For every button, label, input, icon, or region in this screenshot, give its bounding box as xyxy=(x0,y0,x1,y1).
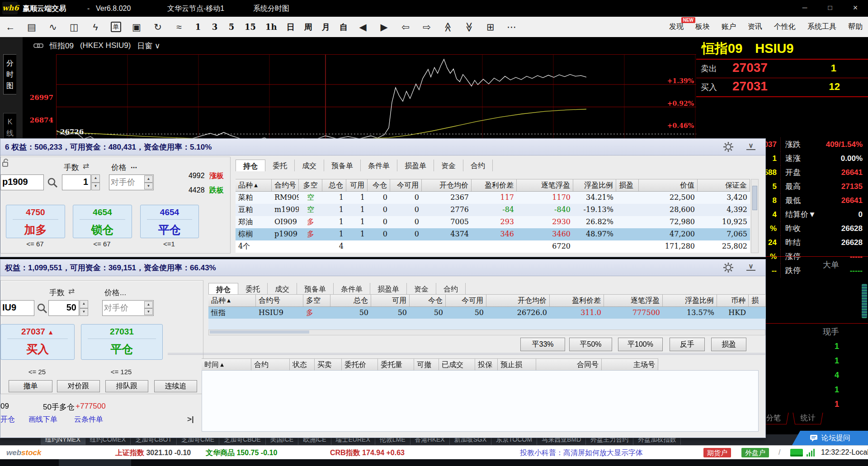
search-icon[interactable] xyxy=(47,177,58,188)
menu-item-1[interactable]: 板块 xyxy=(695,22,710,32)
follow-button-0[interactable]: 撤单 xyxy=(9,380,52,392)
collapse-icon-2[interactable]: ∨ xyxy=(746,263,755,271)
table-row[interactable]: 4个46720171,28025,802 xyxy=(236,240,750,253)
tab-kline-chart[interactable]: K线 xyxy=(3,113,16,142)
tab1-2[interactable]: 成交 xyxy=(295,160,324,171)
more-icon[interactable]: ⋯ xyxy=(506,22,518,33)
tab1-6[interactable]: 资金 xyxy=(434,160,463,171)
next-contract-icon[interactable]: ▶ xyxy=(378,22,390,33)
follow-button-2[interactable]: 排队跟 xyxy=(105,380,148,392)
table-row[interactable]: 郑油OI909多11007005293293026.82%72,98010,92… xyxy=(236,216,750,228)
menu-item-6[interactable]: 帮助 xyxy=(848,22,863,32)
maximize-button[interactable]: □ xyxy=(817,0,843,17)
grid-layout-icon[interactable]: ⊞ xyxy=(485,22,496,33)
qty-spinner-1[interactable]: ▲▼ xyxy=(91,174,100,190)
tab1-4[interactable]: 条件单 xyxy=(361,160,397,171)
collapse-up-icon[interactable]: ≪ xyxy=(443,21,453,33)
table-row[interactable]: 豆粕m1909空11002776-84-840-19.13%28,6004,39… xyxy=(236,204,750,216)
qty-input-2[interactable]: 50 xyxy=(48,300,79,316)
tab-time-chart[interactable]: 分时图 xyxy=(3,54,16,94)
table-row[interactable]: 棕榈p1909多11004374346346048.97%47,2007,065 xyxy=(236,228,750,240)
tab1-0[interactable]: 持仓 xyxy=(236,160,265,171)
period-button-3[interactable]: 15 xyxy=(245,22,256,32)
tab2-6[interactable]: 资金 xyxy=(407,283,436,295)
page-left-icon[interactable]: ⇦ xyxy=(400,22,411,33)
lock-open-icon[interactable] xyxy=(2,159,10,167)
tab2-5[interactable]: 损盈单 xyxy=(370,283,407,295)
kline-chart-icon[interactable]: ◫ xyxy=(68,22,80,33)
contract-input-2[interactable]: IU9 xyxy=(0,300,34,316)
window-mode-dropdown[interactable]: 日窗 ∨ xyxy=(137,41,160,51)
table-row[interactable]: 恒指HSIU9多5050505026726.0311.077750013.57%… xyxy=(208,307,766,319)
buy-button[interactable]: 27037 ▲ 买入 xyxy=(0,324,75,360)
qty-cycle-icon-2[interactable]: ⇄ xyxy=(68,287,75,296)
period-button-6[interactable]: 周 xyxy=(304,22,312,33)
foreign-account-badge[interactable]: 外盘户 xyxy=(741,448,769,457)
forum-button[interactable]: 论坛提问 xyxy=(792,431,868,445)
back-icon[interactable]: ← xyxy=(5,22,16,33)
save-icon[interactable]: ▣ xyxy=(131,22,142,33)
menu-item-5[interactable]: 系统工具 xyxy=(807,22,836,32)
tab2-2[interactable]: 成交 xyxy=(268,283,297,295)
menu-item-4[interactable]: 个性化 xyxy=(774,22,796,32)
futures-account-badge[interactable]: 期货户 xyxy=(703,448,731,457)
tab1-5[interactable]: 损盈单 xyxy=(397,160,434,171)
quote-scrollbar[interactable] xyxy=(862,284,867,318)
period-button-0[interactable]: 1 xyxy=(194,22,202,32)
order-button-锁仓[interactable]: 4654锁仓 xyxy=(73,205,132,238)
tab1-7[interactable]: 合约 xyxy=(463,160,493,171)
period-button-5[interactable]: 日 xyxy=(287,22,295,33)
time-chart-icon[interactable]: ∿ xyxy=(47,22,59,33)
page-right-icon[interactable]: ⇨ xyxy=(421,22,433,33)
search-icon-2[interactable] xyxy=(37,303,48,314)
table-scrollbar-1[interactable] xyxy=(751,179,759,253)
order-link-2[interactable]: 云条件单 xyxy=(74,415,103,424)
collapse-icon[interactable]: ∨ xyxy=(746,142,755,150)
period-button-8[interactable]: 自 xyxy=(340,22,348,33)
period-button-1[interactable]: 3 xyxy=(211,22,218,32)
qty-cycle-icon[interactable]: ⇄ xyxy=(83,161,89,171)
tab2-1[interactable]: 委托 xyxy=(238,283,268,295)
tab2-3[interactable]: 预备单 xyxy=(297,283,334,295)
minimize-button[interactable]: ─ xyxy=(792,0,817,17)
order-link-0[interactable]: 开仓 xyxy=(0,415,15,424)
period-button-2[interactable]: 5 xyxy=(228,22,235,32)
edu-tip-link[interactable]: 投教小科普：高清屏如何放大显示字体 xyxy=(520,448,643,458)
menu-item-0[interactable]: 发现NEW xyxy=(669,22,684,32)
price-spinner-1[interactable]: ▲▼ xyxy=(144,175,153,189)
ask-row[interactable]: 卖出 27037 1 xyxy=(696,60,868,78)
close-percent-button-1[interactable]: 平50% xyxy=(569,338,612,351)
menu-item-3[interactable]: 资讯 xyxy=(748,22,762,32)
order-button-平仓[interactable]: 4654平仓 xyxy=(140,205,199,238)
close-percent-button-4[interactable]: 损盈 xyxy=(711,338,746,351)
price-plot[interactable]: 26726 +1.39%+0.92%+0.46% xyxy=(56,54,697,139)
close-position-button[interactable]: 27031 平仓 xyxy=(81,324,163,360)
expand-panel-icon[interactable]: >| xyxy=(187,415,194,424)
follow-button-1[interactable]: 对价跟 xyxy=(57,380,100,392)
qty-spinner-2[interactable]: ▲▼ xyxy=(80,300,88,316)
tab1-3[interactable]: 预备单 xyxy=(324,160,361,171)
flash-order-icon[interactable]: ϟ xyxy=(90,22,101,33)
order-link-1[interactable]: 画线下单 xyxy=(28,415,57,424)
qty-input-1[interactable]: 1 xyxy=(62,174,91,190)
close-percent-button-2[interactable]: 平100% xyxy=(618,338,663,351)
follow-button-3[interactable]: 连续追 xyxy=(154,380,197,392)
tab2-7[interactable]: 合约 xyxy=(436,283,466,295)
tab2-0[interactable]: 持仓 xyxy=(208,283,238,295)
refresh-icon[interactable]: ↻ xyxy=(152,22,164,33)
close-percent-button-3[interactable]: 反手 xyxy=(670,338,705,351)
table-hscrollbar-2[interactable] xyxy=(208,329,765,335)
indicator-icon[interactable]: ≈ xyxy=(173,22,185,33)
table-row[interactable]: 菜粕RM909空11002367117117034.21%22,5003,420 xyxy=(236,192,750,204)
quote-board-icon[interactable]: ▤ xyxy=(26,22,38,33)
period-button-7[interactable]: 月 xyxy=(322,22,330,33)
close-percent-button-0[interactable]: 平33% xyxy=(520,338,565,351)
contract-input-1[interactable]: p1909 xyxy=(0,174,44,190)
price-more[interactable]: ... xyxy=(131,161,137,170)
period-button-4[interactable]: 1h xyxy=(265,22,277,32)
settings-gear-icon[interactable] xyxy=(723,141,734,152)
quote-tab-1[interactable]: 统计 xyxy=(793,413,823,424)
prev-contract-icon[interactable]: ◀ xyxy=(357,22,369,33)
tab2-4[interactable]: 条件单 xyxy=(334,283,370,295)
bid-row[interactable]: 买入 27031 12 xyxy=(696,78,868,97)
